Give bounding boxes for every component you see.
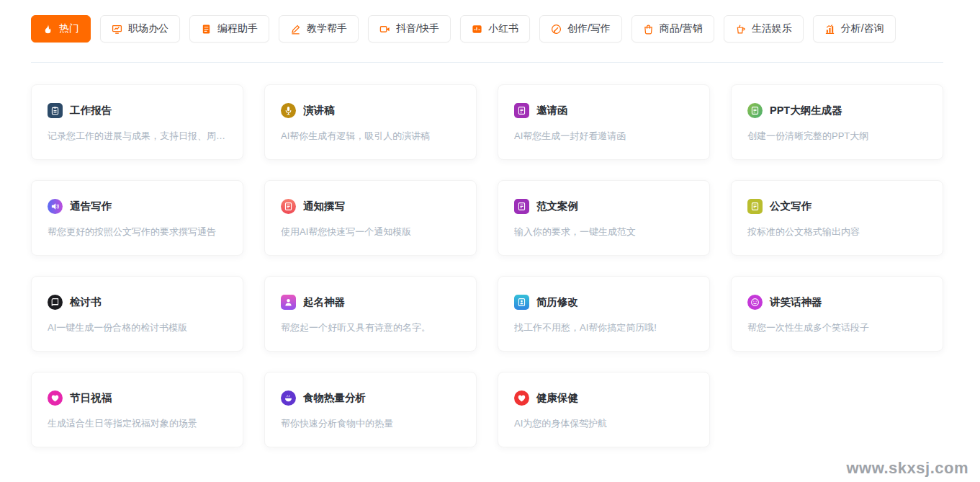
tool-card-grid: 工作报告 记录您工作的进展与成果，支持日报、周… 演讲稿 AI帮你生成有逻辑，吸… (31, 84, 943, 447)
tab-teaching[interactable]: 教学帮手 (279, 15, 359, 43)
card-title: 邀请函 (536, 104, 568, 117)
card-title: PPT大纲生成器 (770, 104, 842, 117)
card-header: 讲笑话神器 (747, 295, 927, 310)
card-description: 创建一份清晰完整的PPT大纲 (747, 130, 927, 143)
card-work-report[interactable]: 工作报告 记录您工作的进展与成果，支持日报、周… (31, 84, 243, 160)
card-description: 记录您工作的进展与成果，支持日报、周… (48, 130, 227, 143)
tab-label: 分析/咨询 (841, 22, 884, 35)
xiaohongshu-icon (472, 24, 482, 35)
card-festival-blessing[interactable]: 节日祝福 生成适合生日等指定祝福对象的场景 (31, 372, 243, 447)
flame-icon (42, 24, 53, 35)
card-header: 简历修改 (514, 295, 693, 310)
card-header: 邀请函 (514, 103, 693, 118)
card-header: PPT大纲生成器 (747, 103, 927, 118)
food-bowl-icon (281, 390, 296, 406)
speaker-icon (48, 199, 63, 214)
card-speech-draft[interactable]: 演讲稿 AI帮你生成有逻辑，吸引人的演讲稿 (264, 84, 477, 160)
pen-circle-icon (551, 24, 562, 35)
microphone-icon (281, 103, 296, 118)
card-title: 简历修改 (536, 295, 578, 309)
card-health-care[interactable]: 健康保健 AI为您的身体保驾护航 (498, 372, 710, 447)
tab-label: 职场办公 (128, 22, 168, 35)
clipboard-icon (48, 103, 63, 118)
card-header: 节日祝福 (48, 390, 227, 406)
person-icon (281, 295, 296, 310)
tab-office[interactable]: 职场办公 (100, 15, 180, 43)
card-invitation[interactable]: 邀请函 AI帮您生成一封好看邀请函 (498, 84, 710, 160)
card-description: 找工作不用愁，AI帮你搞定简历哦! (514, 321, 693, 334)
card-description: 帮你快速分析食物中的热量 (281, 417, 460, 430)
card-ppt-outline[interactable]: PPT大纲生成器 创建一份清晰完整的PPT大纲 (731, 84, 943, 160)
card-description: AI帮你生成有逻辑，吸引人的演讲稿 (281, 130, 460, 143)
card-header: 通知撰写 (281, 199, 460, 214)
tab-hot[interactable]: 热门 (31, 15, 91, 43)
pencil-icon (290, 24, 301, 35)
card-description: 帮您起一个好听又具有诗意的名字。 (281, 321, 460, 334)
card-description: 按标准的公文格式输出内容 (747, 226, 927, 238)
card-joke-teller[interactable]: 讲笑话神器 帮您一次性生成多个笑话段子 (731, 276, 943, 352)
card-header: 范文案例 (514, 199, 693, 214)
tab-label: 商品/营销 (660, 22, 703, 35)
bar-chart-icon (824, 24, 835, 35)
tab-label: 抖音/快手 (396, 22, 439, 35)
card-description: 输入你的要求，一键生成范文 (514, 226, 693, 238)
tab-label: 教学帮手 (307, 22, 347, 35)
card-title: 通告写作 (70, 200, 112, 213)
page: 热门 职场办公 编程助手 教学帮手 抖音/快手 小红书 创作/写作 商品/营销 … (0, 0, 980, 482)
card-notice-writing[interactable]: 通知撰写 使用AI帮您快速写一个通知模版 (264, 180, 477, 256)
smiley-icon (747, 295, 763, 310)
document-icon (514, 103, 529, 118)
card-title: 范文案例 (536, 200, 578, 213)
card-header: 食物热量分析 (281, 390, 460, 406)
card-title: 演讲稿 (303, 104, 335, 117)
card-header: 起名神器 (281, 295, 460, 310)
resume-icon (514, 295, 529, 310)
tab-entertainment[interactable]: 生活娱乐 (724, 15, 804, 43)
card-description: AI为您的身体保驾护航 (514, 417, 693, 430)
card-naming-tool[interactable]: 起名神器 帮您起一个好听又具有诗意的名字。 (264, 276, 477, 352)
document-icon (281, 199, 296, 214)
card-description: AI一键生成一份合格的检讨书模版 (48, 321, 227, 334)
card-sample-essays[interactable]: 范文案例 输入你的要求，一键生成范文 (498, 180, 710, 256)
tab-xiaohongshu[interactable]: 小红书 (460, 15, 530, 43)
card-resume-edit[interactable]: 简历修改 找工作不用愁，AI帮你搞定简历哦! (498, 276, 710, 352)
tab-writing[interactable]: 创作/写作 (539, 15, 622, 43)
book-icon (48, 295, 63, 310)
divider (31, 62, 943, 63)
watermark: www.skxsj.com (846, 459, 968, 478)
tab-analysis[interactable]: 分析/咨询 (813, 15, 896, 43)
card-title: 食物热量分析 (303, 391, 366, 405)
card-announcement[interactable]: 通告写作 帮您更好的按照公文写作的要求撰写通告 (31, 180, 243, 256)
heart-icon (514, 390, 529, 406)
tab-douyin[interactable]: 抖音/快手 (368, 15, 451, 43)
card-title: 讲笑话神器 (770, 295, 822, 309)
card-header: 通告写作 (48, 199, 227, 214)
heart-gift-icon (48, 390, 63, 406)
document-icon (747, 199, 763, 214)
tab-label: 热门 (59, 22, 79, 35)
card-header: 公文写作 (747, 199, 927, 214)
tab-marketing[interactable]: 商品/营销 (631, 15, 714, 43)
card-title: 公文写作 (770, 200, 812, 213)
tab-coding[interactable]: 编程助手 (189, 15, 269, 43)
card-description: 生成适合生日等指定祝福对象的场景 (48, 417, 227, 430)
card-description: 帮您一次性生成多个笑话段子 (747, 321, 927, 334)
card-title: 节日祝福 (70, 391, 112, 405)
card-header: 工作报告 (48, 103, 227, 118)
card-title: 健康保健 (536, 391, 578, 405)
card-title: 检讨书 (70, 295, 102, 309)
card-header: 健康保健 (514, 390, 693, 406)
monitor-chart-icon (112, 24, 122, 35)
card-header: 检讨书 (48, 295, 227, 310)
card-description: AI帮您生成一封好看邀请函 (514, 130, 693, 143)
document-icon (514, 199, 529, 214)
card-official-document[interactable]: 公文写作 按标准的公文格式输出内容 (731, 180, 943, 256)
card-food-calorie[interactable]: 食物热量分析 帮你快速分析食物中的热量 (264, 372, 477, 447)
card-description: 帮您更好的按照公文写作的要求撰写通告 (48, 226, 227, 238)
card-self-criticism[interactable]: 检讨书 AI一键生成一份合格的检讨书模版 (31, 276, 243, 352)
card-header: 演讲稿 (281, 103, 460, 118)
category-tabs: 热门 职场办公 编程助手 教学帮手 抖音/快手 小红书 创作/写作 商品/营销 … (0, 0, 980, 43)
document-icon (747, 103, 763, 118)
card-description: 使用AI帮您快速写一个通知模版 (281, 226, 460, 238)
tab-label: 创作/写作 (567, 22, 611, 35)
